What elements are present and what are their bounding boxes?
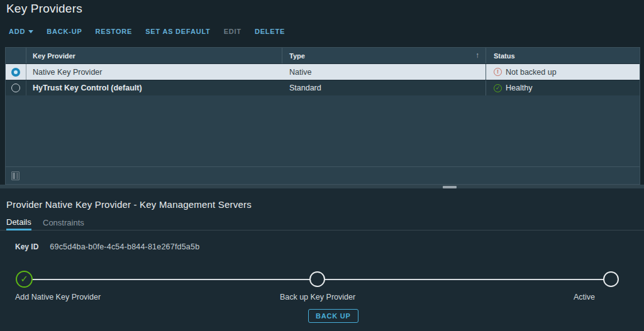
table-header-row: Key Provider Type ↑ Status (6, 48, 640, 64)
type-cell: Native (282, 64, 486, 80)
column-header-label: Status (494, 52, 515, 60)
restore-button[interactable]: RESTORE (96, 28, 133, 35)
backup-button-label: BACK-UP (47, 28, 82, 35)
column-header-key-provider[interactable]: Key Provider (26, 48, 282, 63)
table-row-native-key-provider[interactable]: Native Key Provider Native ! Not backed … (6, 64, 640, 80)
sort-ascending-icon[interactable]: ↑ (475, 51, 479, 60)
key-provider-cell: Native Key Provider (26, 64, 282, 80)
check-icon: ✓ (20, 274, 28, 283)
key-id-value: 69c5d4ba-b0fe-4c54-b844-81e267fd5a5b (50, 242, 199, 251)
step-label-add-native-key-provider: Add Native Key Provider (15, 293, 101, 301)
type-cell: Standard (282, 80, 486, 95)
edit-button-label: EDIT (224, 28, 242, 35)
healthy-check-icon: ✓ (494, 84, 502, 92)
details-tab-bar: Details Constraints (0, 215, 644, 231)
column-header-label: Key Provider (33, 52, 75, 60)
set-as-default-button[interactable]: SET AS DEFAULT (145, 28, 210, 35)
status-text: Healthy (506, 84, 532, 92)
radio-selected-icon[interactable] (11, 68, 20, 77)
status-text: Not backed up (506, 68, 557, 77)
backup-button[interactable]: BACK-UP (47, 28, 82, 35)
step-label-back-up-key-provider: Back up Key Provider (255, 293, 380, 301)
column-header-type[interactable]: Type ↑ (282, 48, 486, 63)
type-value: Native (289, 68, 311, 77)
step-label-active: Active (574, 293, 644, 301)
column-header-status[interactable]: Status (486, 48, 640, 63)
key-provider-name: Native Key Provider (33, 68, 102, 77)
column-toggle-icon[interactable] (11, 171, 19, 180)
step-active-circle-icon (603, 271, 619, 287)
toolbar: ADD BACK-UP RESTORE SET AS DEFAULT EDIT … (9, 26, 285, 37)
stepper-line (24, 279, 611, 280)
key-provider-name: HyTrust Key Control (default) (33, 84, 142, 92)
table-footer (6, 166, 640, 184)
table-row-hytrust-key-control[interactable]: HyTrust Key Control (default) Standard ✓… (6, 80, 640, 95)
restore-button-label: RESTORE (96, 28, 133, 35)
step-backup-circle-icon (309, 271, 325, 287)
add-button[interactable]: ADD (9, 28, 33, 35)
delete-button[interactable]: DELETE (255, 28, 285, 35)
column-header-label: Type (289, 52, 305, 60)
tab-constraints[interactable]: Constraints (43, 215, 84, 231)
edit-button: EDIT (224, 28, 242, 35)
type-value: Standard (289, 84, 321, 92)
row-selection-cell (6, 80, 26, 95)
warning-icon: ! (494, 68, 502, 76)
key-id-label: Key ID (15, 242, 38, 251)
status-cell: ! Not backed up (486, 64, 640, 80)
key-provider-cell: HyTrust Key Control (default) (26, 80, 282, 95)
selection-column-header (6, 48, 26, 63)
back-up-button[interactable]: BACK UP (308, 309, 358, 323)
key-id-row: Key ID 69c5d4ba-b0fe-4c54-b844-81e267fd5… (15, 242, 199, 251)
page-title: Key Providers (6, 2, 82, 16)
status-cell: ✓ Healthy (486, 80, 640, 95)
set-as-default-button-label: SET AS DEFAULT (145, 28, 210, 35)
tab-details[interactable]: Details (6, 215, 31, 231)
step-complete-check-icon: ✓ (16, 271, 33, 288)
details-pane-heading: Provider Native Key Provider - Key Manag… (6, 199, 252, 210)
key-providers-table: Key Provider Type ↑ Status Native Key Pr… (5, 47, 640, 185)
provider-details-pane: Provider Native Key Provider - Key Manag… (0, 188, 644, 331)
add-button-label: ADD (9, 28, 25, 35)
delete-button-label: DELETE (255, 28, 285, 35)
key-providers-page: Key Providers ADD BACK-UP RESTORE SET AS… (0, 0, 644, 331)
chevron-down-icon (28, 30, 33, 33)
row-selection-cell (6, 64, 26, 80)
radio-unselected-icon[interactable] (11, 84, 20, 92)
table-empty-area (6, 95, 640, 166)
provider-progress-stepper: ✓ Add Native Key Provider Back up Key Pr… (0, 188, 644, 331)
